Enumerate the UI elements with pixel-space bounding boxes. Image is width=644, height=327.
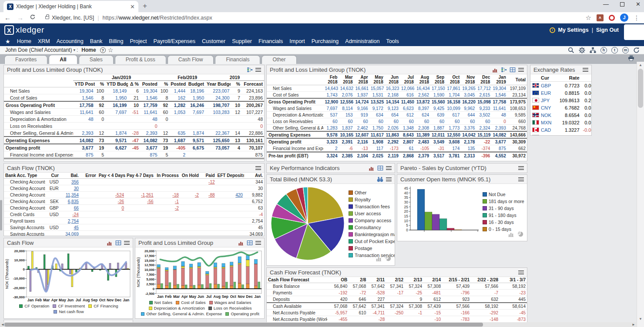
nav-item-bank[interactable]: Bank bbox=[90, 38, 103, 44]
print-icon[interactable] bbox=[628, 55, 634, 63]
column-header[interactable]: 2/13 bbox=[405, 277, 423, 283]
drill-down-link[interactable]: -1,261 bbox=[125, 192, 154, 198]
nav-item-supplier[interactable]: Supplier bbox=[232, 38, 252, 44]
left-scrollbar-thumb[interactable] bbox=[0, 200, 2, 230]
quick-search-box[interactable] bbox=[624, 24, 644, 40]
column-header[interactable]: In Process bbox=[155, 173, 180, 179]
column-header[interactable]: Bal. bbox=[60, 173, 80, 179]
column-header[interactable]: Jun2018 bbox=[385, 74, 400, 85]
menu-icon[interactable] bbox=[255, 241, 261, 245]
column-header[interactable]: Sep2018 bbox=[430, 74, 446, 85]
column-header[interactable]: Apr2018 bbox=[354, 74, 369, 85]
nav-item-tools[interactable]: Tools bbox=[386, 38, 399, 44]
column-header[interactable]: 2/8 bbox=[349, 277, 367, 283]
drill-down-link[interactable]: 6,835 bbox=[60, 198, 80, 205]
browser-profile-avatar[interactable]: J bbox=[620, 13, 628, 22]
horizontal-scroll-thumb[interactable] bbox=[4, 323, 483, 327]
vertical-scrollbar[interactable]: ▲ ▼ bbox=[637, 62, 644, 327]
column-header[interactable]: Feb2018 bbox=[323, 74, 339, 85]
dashboard-tab-other[interactable]: Other bbox=[262, 55, 296, 64]
bookmark-star-icon[interactable]: ☆ bbox=[586, 14, 591, 22]
my-settings-link[interactable]: My Settings bbox=[558, 27, 589, 33]
column-header[interactable]: Pay < 4 Days bbox=[97, 173, 125, 179]
menu-icon[interactable] bbox=[518, 166, 524, 170]
column-header[interactable]: Mar2018 bbox=[339, 74, 354, 85]
bar-chart-icon[interactable] bbox=[369, 165, 375, 171]
pie-toggle-icon[interactable] bbox=[386, 255, 391, 263]
drill-down-link[interactable]: 356 bbox=[60, 179, 80, 185]
column-header[interactable]: Total bbox=[507, 74, 527, 85]
scroll-up-icon[interactable]: ▲ bbox=[637, 63, 644, 67]
tab-close-icon[interactable]: ✕ bbox=[130, 3, 135, 10]
org-chart-icon[interactable] bbox=[590, 47, 596, 53]
menu-icon[interactable] bbox=[518, 68, 524, 72]
column-header[interactable]: Posted bbox=[169, 81, 187, 87]
currency-link[interactable]: GBP bbox=[530, 82, 553, 90]
menu-icon[interactable] bbox=[518, 177, 524, 181]
column-header[interactable]: 2/22 - 2/28 bbox=[471, 277, 500, 283]
dashboard-tab-sales[interactable]: Sales bbox=[79, 55, 114, 64]
settings-gear-icon[interactable] bbox=[579, 47, 585, 53]
user-context[interactable]: John Doe (Chief Accountant) bbox=[5, 47, 72, 53]
column-header[interactable]: Posted bbox=[140, 81, 159, 87]
drill-down-link[interactable]: -18 bbox=[155, 192, 180, 198]
t-circle-icon[interactable]: t bbox=[611, 47, 618, 53]
bar-not-due[interactable] bbox=[417, 189, 425, 230]
column-header[interactable]: May2018 bbox=[369, 74, 385, 85]
drill-down-link[interactable]: 11,354 bbox=[60, 192, 80, 198]
drill-down-link[interactable]: -2 bbox=[155, 205, 180, 211]
currency-link[interactable]: JPY bbox=[530, 97, 553, 104]
bar-chart-icon[interactable] bbox=[492, 67, 498, 73]
column-header[interactable]: Δ % bbox=[128, 81, 140, 87]
sign-out-link[interactable]: Sign Out bbox=[596, 27, 619, 33]
org-view-icon[interactable] bbox=[247, 67, 253, 73]
nav-item-purchasing[interactable]: Purchasing bbox=[312, 38, 339, 44]
forward-icon[interactable]: → bbox=[17, 14, 23, 21]
drill-down-link[interactable]: 66 bbox=[60, 205, 80, 211]
cert-name[interactable]: Xledger, Inc. [US] bbox=[52, 15, 94, 21]
column-header[interactable]: % bbox=[95, 81, 106, 87]
nav-item-financials[interactable]: Financials bbox=[258, 38, 283, 44]
column-header[interactable]: Bank Acc. Type bbox=[4, 173, 45, 179]
currency-link[interactable]: CNY bbox=[530, 104, 553, 111]
column-header[interactable] bbox=[4, 81, 73, 87]
dashboard-tab-profit-loss[interactable]: Profit & Loss bbox=[115, 55, 166, 64]
drill-down-link[interactable]: -56 bbox=[125, 198, 154, 205]
nav-item-billing[interactable]: Billing bbox=[109, 38, 123, 44]
drill-down-link[interactable]: -24 bbox=[60, 211, 80, 218]
history-clock-icon[interactable] bbox=[550, 27, 555, 33]
app-logo-text[interactable]: xledger bbox=[16, 25, 44, 35]
drill-down-link[interactable]: 30 bbox=[60, 185, 80, 192]
menu-icon[interactable] bbox=[583, 68, 588, 72]
column-header[interactable]: 2/14 bbox=[423, 277, 442, 283]
bar-chart-icon[interactable] bbox=[107, 240, 113, 246]
column-header[interactable]: YTD Posted bbox=[73, 81, 94, 87]
browser-menu-icon[interactable]: ⋮ bbox=[634, 14, 640, 21]
drill-down-link[interactable]: 0 bbox=[97, 205, 125, 211]
column-header[interactable]: 3/1 - 3/7 bbox=[500, 277, 527, 283]
nav-item-customer[interactable]: Customer bbox=[202, 38, 225, 44]
scroll-right-icon[interactable]: ► bbox=[632, 322, 635, 327]
nav-item-administration[interactable]: Administration bbox=[345, 38, 379, 44]
back-icon[interactable]: ← bbox=[4, 14, 11, 21]
horizontal-scrollbar[interactable]: ◄ ► bbox=[0, 322, 636, 327]
vertical-scroll-thumb[interactable] bbox=[638, 69, 643, 108]
currency-link[interactable]: CAD bbox=[530, 126, 553, 133]
menu-icon[interactable] bbox=[518, 270, 524, 274]
currency-link[interactable]: KRW bbox=[530, 133, 553, 136]
chart-toggle-icon[interactable] bbox=[376, 255, 382, 263]
column-header[interactable]: Jan2019 bbox=[491, 74, 507, 85]
column-header[interactable]: % bbox=[231, 81, 242, 87]
table-view-icon[interactable] bbox=[247, 240, 253, 246]
column-header[interactable]: Cur bbox=[45, 173, 60, 179]
table-view-icon[interactable] bbox=[115, 240, 121, 246]
column-header[interactable]: Dec2018 bbox=[476, 74, 491, 85]
menu-icon[interactable] bbox=[124, 241, 130, 245]
column-header[interactable]: 2/11 bbox=[367, 277, 386, 283]
favorite-page-star-icon[interactable]: ☆ bbox=[108, 47, 114, 53]
nav-item-xrm[interactable]: XRM bbox=[38, 38, 50, 44]
column-header[interactable]: 2/15 - 2/21 bbox=[442, 277, 471, 283]
refresh-icon[interactable] bbox=[633, 47, 640, 53]
column-header[interactable]: % bbox=[159, 81, 170, 87]
reload-icon[interactable] bbox=[30, 14, 36, 21]
